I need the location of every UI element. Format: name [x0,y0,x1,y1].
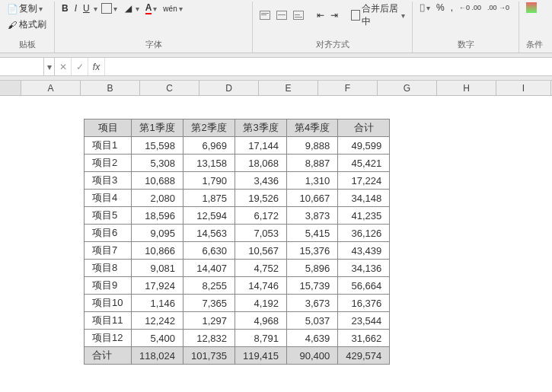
table-cell[interactable]: 1,790 [183,172,235,190]
font-color-button[interactable]: A▾ [143,2,160,15]
table-cell[interactable]: 12,832 [183,330,235,347]
bold-button[interactable]: B [59,2,71,14]
conditional-format-button[interactable] [524,2,539,14]
total-cell[interactable]: 101,735 [183,347,235,365]
increase-indent-button[interactable]: ⇥ [328,9,340,21]
table-cell[interactable]: 36,126 [338,225,390,242]
copy-button[interactable]: 📄 复制 ▾ [5,2,45,16]
table-cell[interactable]: 2,080 [132,190,183,207]
fill-color-button[interactable]: ◢▾ [121,2,142,14]
table-cell[interactable]: 7,053 [235,225,287,242]
name-box-dropdown[interactable]: ▾ [44,58,55,75]
table-header-cell[interactable]: 第2季度 [183,120,235,137]
table-cell[interactable]: 16,376 [338,295,390,312]
table-header-cell[interactable]: 第3季度 [235,120,287,137]
table-cell[interactable]: 13,158 [183,155,235,172]
table-cell[interactable]: 8,255 [183,277,235,295]
table-cell[interactable]: 18,596 [132,207,183,225]
total-cell[interactable]: 118,024 [132,347,183,365]
format-painter-button[interactable]: 🖌 格式刷 [5,18,49,32]
column-header-F[interactable]: F [318,81,378,95]
formula-input[interactable] [105,58,552,75]
number-format-button[interactable]: ⌷▾ [417,2,432,14]
row-label[interactable]: 项目1 [85,137,132,155]
table-cell[interactable]: 10,866 [132,242,183,260]
column-header-H[interactable]: H [437,81,496,95]
row-label[interactable]: 项目11 [85,312,132,330]
table-header-cell[interactable]: 第1季度 [132,120,183,137]
align-bottom-button[interactable] [291,10,306,21]
table-cell[interactable]: 17,144 [235,137,287,155]
decrease-decimal-button[interactable]: .00 →0 [485,3,512,12]
row-label[interactable]: 项目10 [85,295,132,312]
row-label[interactable]: 项目6 [85,225,132,242]
table-cell[interactable]: 8,887 [287,155,338,172]
italic-button[interactable]: I [72,2,79,14]
table-cell[interactable]: 1,310 [287,172,338,190]
increase-decimal-button[interactable]: ←0 .00 [457,3,483,12]
table-cell[interactable]: 14,563 [183,225,235,242]
column-header-I[interactable]: I [496,81,551,95]
table-cell[interactable]: 45,421 [338,155,390,172]
total-cell[interactable]: 429,574 [338,347,390,365]
table-cell[interactable]: 18,068 [235,155,287,172]
cancel-formula-button[interactable]: ✕ [55,58,72,75]
table-cell[interactable]: 5,037 [287,312,338,330]
table-cell[interactable]: 5,896 [287,260,338,277]
table-cell[interactable]: 49,599 [338,137,390,155]
table-cell[interactable]: 34,148 [338,190,390,207]
table-cell[interactable]: 15,739 [287,277,338,295]
row-label[interactable]: 项目2 [85,155,132,172]
table-cell[interactable]: 10,667 [287,190,338,207]
table-cell[interactable]: 23,544 [338,312,390,330]
select-all-corner[interactable] [0,81,21,95]
table-cell[interactable]: 8,791 [235,330,287,347]
table-cell[interactable]: 15,598 [132,137,183,155]
row-label[interactable]: 项目5 [85,207,132,225]
table-cell[interactable]: 9,095 [132,225,183,242]
align-middle-button[interactable] [274,10,289,21]
row-label[interactable]: 项目9 [85,277,132,295]
percent-button[interactable]: % [434,2,447,14]
row-label[interactable]: 项目4 [85,190,132,207]
row-label[interactable]: 项目8 [85,260,132,277]
decrease-indent-button[interactable]: ⇤ [314,9,327,21]
total-cell[interactable]: 90,400 [287,347,338,365]
table-cell[interactable]: 15,376 [287,242,338,260]
table-cell[interactable]: 3,873 [287,207,338,225]
column-header-B[interactable]: B [81,81,140,95]
table-cell[interactable]: 7,365 [183,295,235,312]
table-cell[interactable]: 10,688 [132,172,183,190]
table-cell[interactable]: 5,415 [287,225,338,242]
merge-center-button[interactable]: 合并后居中 ▾ [349,2,407,29]
table-cell[interactable]: 1,297 [183,312,235,330]
row-label[interactable]: 项目12 [85,330,132,347]
table-cell[interactable]: 9,888 [287,137,338,155]
table-cell[interactable]: 6,969 [183,137,235,155]
table-header-cell[interactable]: 合计 [338,120,390,137]
table-cell[interactable]: 10,567 [235,242,287,260]
table-cell[interactable]: 14,746 [235,277,287,295]
total-cell[interactable]: 119,415 [235,347,287,365]
table-cell[interactable]: 17,224 [338,172,390,190]
table-cell[interactable]: 4,752 [235,260,287,277]
table-header-cell[interactable]: 第4季度 [287,120,338,137]
table-cell[interactable]: 6,630 [183,242,235,260]
name-box[interactable] [0,58,44,75]
table-cell[interactable]: 31,662 [338,330,390,347]
table-cell[interactable]: 4,192 [235,295,287,312]
table-cell[interactable]: 17,924 [132,277,183,295]
confirm-formula-button[interactable]: ✓ [72,58,88,75]
table-cell[interactable]: 4,639 [287,330,338,347]
comma-button[interactable]: , [448,2,455,14]
table-cell[interactable]: 12,594 [183,207,235,225]
table-cell[interactable]: 1,875 [183,190,235,207]
row-label[interactable]: 项目7 [85,242,132,260]
align-top-button[interactable] [257,10,273,21]
table-cell[interactable]: 3,436 [235,172,287,190]
table-cell[interactable]: 1,146 [132,295,183,312]
table-cell[interactable]: 4,968 [235,312,287,330]
table-cell[interactable]: 9,081 [132,260,183,277]
row-label[interactable]: 项目3 [85,172,132,190]
column-header-C[interactable]: C [140,81,199,95]
